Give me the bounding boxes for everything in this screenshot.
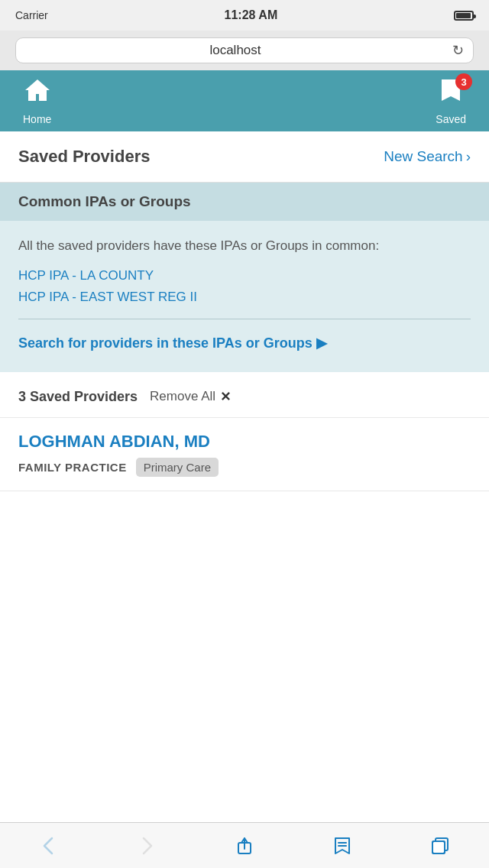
- provider-card[interactable]: LOGHMAN ABDIAN, MD FAMILY PRACTICE Prima…: [0, 418, 489, 491]
- carrier-label: Carrier: [15, 9, 48, 21]
- provider-name: LOGHMAN ABDIAN, MD: [18, 432, 471, 452]
- common-ipas-title: Common IPAs or Groups: [18, 193, 191, 209]
- saved-list-header: 3 Saved Providers Remove All ✕: [0, 372, 489, 418]
- provider-specialty: FAMILY PRACTICE: [18, 461, 127, 474]
- divider: [18, 319, 471, 319]
- provider-specialty-row: FAMILY PRACTICE Primary Care: [18, 458, 471, 477]
- search-ipa-text: Search for providers in these IPAs or Gr…: [18, 335, 313, 351]
- bottom-toolbar: [0, 822, 489, 868]
- forward-button[interactable]: [124, 829, 170, 863]
- search-ipa-link[interactable]: Search for providers in these IPAs or Gr…: [18, 333, 471, 354]
- ipa-link-la-county[interactable]: HCP IPA - LA COUNTY: [18, 268, 471, 283]
- nav-header: Home Saved 3: [0, 70, 489, 131]
- home-nav-item[interactable]: Home: [23, 76, 51, 125]
- provider-tag: Primary Care: [136, 458, 219, 477]
- back-button[interactable]: [26, 829, 72, 863]
- saved-nav-wrapper: Saved 3: [436, 76, 466, 125]
- battery-icon: [454, 11, 474, 21]
- share-button[interactable]: [222, 829, 267, 863]
- url-text: localhost: [209, 43, 261, 58]
- battery-indicator: [454, 11, 474, 21]
- saved-label: Saved: [436, 113, 466, 125]
- bookmarks-button[interactable]: [319, 829, 365, 863]
- refresh-icon[interactable]: ↻: [452, 42, 464, 59]
- remove-all-button[interactable]: Remove All ✕: [150, 389, 231, 405]
- time-label: 11:28 AM: [225, 8, 278, 22]
- home-icon: [24, 76, 51, 110]
- new-search-chevron: ›: [466, 148, 471, 165]
- page-title: Saved Providers: [18, 147, 150, 167]
- common-ipas-body: All the saved providers have these IPAs …: [0, 221, 489, 372]
- svg-rect-5: [432, 841, 445, 853]
- saved-badge: 3: [455, 73, 472, 90]
- saved-count-label: 3 Saved Providers: [18, 389, 138, 405]
- new-search-link[interactable]: New Search ›: [384, 148, 471, 165]
- new-search-label: New Search: [384, 148, 463, 165]
- home-label: Home: [23, 113, 51, 125]
- url-input[interactable]: localhost ↻: [15, 37, 474, 63]
- page-header: Saved Providers New Search ›: [0, 131, 489, 183]
- common-ipas-description: All the saved providers have these IPAs …: [18, 236, 471, 256]
- url-bar: localhost ↻: [0, 31, 489, 70]
- remove-all-label: Remove All: [150, 389, 215, 404]
- tabs-button[interactable]: [417, 829, 463, 863]
- status-bar: Carrier 11:28 AM: [0, 0, 489, 31]
- remove-all-icon: ✕: [220, 389, 231, 405]
- ipa-link-east-west[interactable]: HCP IPA - EAST WEST REG II: [18, 290, 471, 305]
- search-ipa-arrow: ▶: [316, 335, 327, 351]
- common-ipas-header: Common IPAs or Groups: [0, 183, 489, 221]
